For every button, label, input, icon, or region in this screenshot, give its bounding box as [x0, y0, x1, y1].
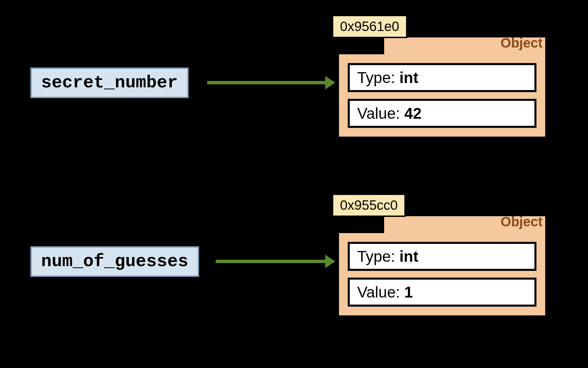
variable-name: secret_number: [41, 73, 178, 93]
memory-address: 0x9561e0: [340, 19, 399, 34]
memory-address-box: 0x955cc0: [332, 194, 406, 217]
object-label: Object: [501, 35, 543, 51]
value-value: 1: [404, 283, 413, 301]
type-field: Type: int: [348, 63, 536, 92]
type-field: Type: int: [348, 242, 536, 271]
type-label: Type:: [357, 69, 395, 86]
value-label: Value:: [357, 283, 400, 301]
value-field: Value: 1: [348, 278, 536, 307]
object-box-num-of-guesses: Object Type: int Value: 1: [337, 231, 547, 317]
arrow-icon: [207, 73, 335, 93]
arrow-icon: [216, 251, 335, 272]
object-label: Object: [501, 214, 543, 229]
value-label: Value:: [357, 105, 400, 122]
type-label: Type:: [357, 248, 395, 265]
memory-address-box: 0x9561e0: [332, 15, 407, 38]
object-box-secret-number: Object Type: int Value: 42: [337, 52, 547, 139]
variable-box-secret-number: secret_number: [30, 67, 189, 98]
variable-box-num-of-guesses: num_of_guesses: [30, 246, 199, 277]
memory-address: 0x955cc0: [340, 198, 398, 213]
svg-marker-3: [325, 255, 335, 268]
value-value: 42: [404, 105, 422, 122]
type-value: int: [399, 69, 418, 86]
svg-marker-1: [325, 76, 335, 89]
variable-name: num_of_guesses: [41, 252, 188, 272]
type-value: int: [399, 248, 418, 265]
value-field: Value: 42: [348, 99, 536, 128]
